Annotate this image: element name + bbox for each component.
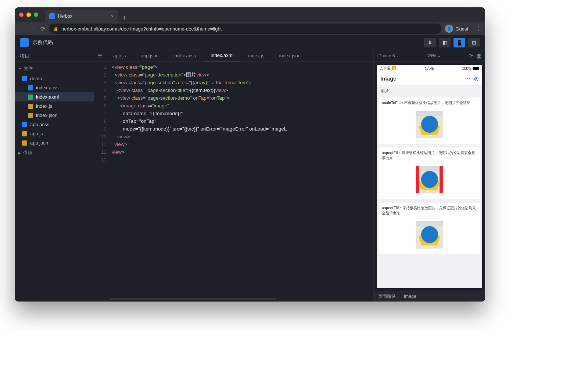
json-file-icon bbox=[22, 140, 27, 146]
css-file-icon bbox=[22, 122, 27, 127]
preview-section-label: 图片 bbox=[377, 85, 482, 97]
minimize-window-button[interactable] bbox=[26, 13, 31, 17]
code-line: 4 <view class="page-section-title">{{ite… bbox=[94, 86, 373, 94]
grid-button[interactable]: ⊞ bbox=[468, 38, 480, 47]
code-line: 8 onTap="onTap" bbox=[94, 117, 373, 125]
editor-tab-index-acss[interactable]: index.acss bbox=[166, 50, 203, 61]
zoom-selector[interactable]: 75% ⌄ bbox=[427, 53, 441, 58]
code-line: 2 <view class="page-description">图片view> bbox=[94, 71, 373, 79]
more-icon[interactable]: ⋯ bbox=[465, 76, 470, 82]
close-window-button[interactable] bbox=[19, 13, 24, 17]
preview-card-scaleToFill: scaleToFill：不保持纵横比缩放图片，使图片完全适应 bbox=[379, 97, 480, 144]
menu-icon[interactable]: ☰ bbox=[94, 53, 106, 58]
caret-down-icon: ▼ bbox=[18, 67, 22, 71]
app-title: 示例代码 bbox=[32, 39, 53, 46]
browser-tab-strip: Herbox × + bbox=[15, 7, 485, 22]
tool-button[interactable]: ◧ bbox=[439, 38, 451, 47]
code-line: 1<view class="page"> bbox=[94, 63, 373, 71]
profile-button[interactable]: 👤 Guest bbox=[445, 25, 468, 33]
editor-tab-bar: ☰ app.jsapp.jsonindex.acssindex.axmlinde… bbox=[94, 50, 373, 62]
mascot-image bbox=[416, 221, 443, 249]
avatar-icon: 👤 bbox=[445, 25, 453, 33]
browser-tab-title: Herbox bbox=[58, 14, 72, 19]
horizontal-scrollbar[interactable] bbox=[94, 298, 373, 302]
device-selector[interactable]: iPhone 6 ⌄ bbox=[377, 53, 399, 58]
caret-right-icon: ▶ bbox=[18, 151, 21, 155]
code-line: 10 view> bbox=[94, 133, 373, 140]
file-index-json[interactable]: index.json bbox=[15, 111, 94, 120]
editor-tab-index-json[interactable]: index.json bbox=[272, 50, 308, 61]
editor: ☰ app.jsapp.jsonindex.acssindex.axmlinde… bbox=[94, 50, 373, 302]
code-line: 9 mode="{{item.mode}}" src="{{src}}" onE… bbox=[94, 125, 373, 133]
editor-tab-app-js[interactable]: app.js bbox=[106, 50, 133, 61]
reload-button[interactable]: ⟳ bbox=[40, 25, 45, 32]
editor-tab-index-js[interactable]: index.js bbox=[241, 50, 272, 61]
preview-footer: 页面路径： Image bbox=[374, 291, 485, 302]
url-input[interactable]: 🔒 herbox-embed.alipay.com/s/doc-image?ch… bbox=[49, 24, 441, 34]
code-line: 5 <view class="page-section-demo" onTap=… bbox=[94, 94, 373, 102]
download-button[interactable]: ⬇ bbox=[424, 38, 436, 47]
close-tab-icon[interactable]: × bbox=[111, 13, 114, 19]
browser-tab[interactable]: Herbox × bbox=[45, 10, 118, 22]
app-logo-icon bbox=[20, 38, 29, 47]
preview-card-aspectFit: aspectFit：保持纵横比缩放图片，使图片的长边能完全显示出来 bbox=[379, 147, 480, 199]
folder-file-icon bbox=[22, 76, 27, 81]
sidebar-section-deps[interactable]: ▶ 依赖 bbox=[15, 147, 94, 158]
target-icon[interactable]: ◎ bbox=[474, 76, 478, 82]
phone-status-bar: 支付宝 📶 17:45 100% bbox=[377, 65, 482, 72]
file-app-acss[interactable]: app.acss bbox=[15, 120, 94, 129]
mascot-image bbox=[416, 111, 443, 138]
chevron-down-icon: ⌄ bbox=[396, 54, 399, 58]
favicon-icon bbox=[49, 13, 55, 19]
file-demo[interactable]: demo bbox=[15, 74, 94, 83]
profile-label: Guest bbox=[455, 26, 468, 32]
status-time: 17:45 bbox=[425, 67, 434, 71]
battery-icon bbox=[473, 67, 479, 70]
code-line: 13 bbox=[94, 156, 373, 164]
new-tab-button[interactable]: + bbox=[123, 14, 127, 22]
code-editor[interactable]: 1<view class="page">2 <view class="page-… bbox=[94, 62, 373, 298]
browser-window: Herbox × + ← → ⟳ 🔒 herbox-embed.alipay.c… bbox=[15, 7, 485, 302]
axml-file-icon bbox=[28, 94, 33, 100]
file-index-acss[interactable]: index.acss bbox=[15, 83, 94, 92]
code-line: 11 view> bbox=[94, 140, 373, 148]
json-file-icon bbox=[28, 113, 33, 118]
wifi-icon: 📶 bbox=[392, 66, 396, 70]
maximize-window-button[interactable] bbox=[34, 13, 38, 17]
editor-tab-index-axml[interactable]: index.axml bbox=[203, 50, 241, 61]
lock-icon: 🔒 bbox=[53, 26, 58, 31]
app-header: 示例代码 ⬇ ◧ 📱 ⊞ bbox=[15, 35, 485, 50]
browser-menu-button[interactable]: ⋮ bbox=[476, 25, 481, 32]
css-file-icon bbox=[28, 85, 33, 90]
js-file-icon bbox=[28, 104, 33, 109]
preview-page-title: Image bbox=[380, 75, 396, 82]
file-index-axml[interactable]: index.axml bbox=[15, 92, 94, 101]
url-text: herbox-embed.alipay.com/s/doc-image?chIn… bbox=[61, 26, 222, 32]
chevron-down-icon: ⌄ bbox=[438, 54, 441, 58]
code-line: 12view> bbox=[94, 148, 373, 156]
back-button[interactable]: ← bbox=[18, 25, 24, 32]
device-preview-button[interactable]: 📱 bbox=[453, 38, 465, 47]
file-index-js[interactable]: index.js bbox=[15, 101, 94, 111]
phone-frame: 支付宝 📶 17:45 100% Image ⋯ ◎ 图片 scaleToFil… bbox=[377, 65, 482, 288]
mascot-image bbox=[416, 166, 443, 193]
preview-card-aspectFill: aspectFill：保持纵横比缩放图片，只保证图片的短边能完全显示出来 bbox=[379, 203, 480, 254]
code-line: 6 <image class="image" bbox=[94, 102, 373, 110]
file-app-json[interactable]: app.json bbox=[15, 138, 94, 147]
forward-button[interactable]: → bbox=[29, 25, 35, 32]
preview-page-header: Image ⋯ ◎ bbox=[377, 72, 482, 85]
sidebar-header: 项目 bbox=[15, 50, 94, 62]
code-line: 3 <view class="page-section" a:for="{{ar… bbox=[94, 79, 373, 86]
layout-button[interactable]: ▦ bbox=[477, 53, 481, 59]
file-app-js[interactable]: app.js bbox=[15, 129, 94, 138]
preview-panel: iPhone 6 ⌄ 75% ⌄ ⟳ ▦ 支付宝 📶 17:45 100% bbox=[373, 50, 485, 302]
address-bar: ← → ⟳ 🔒 herbox-embed.alipay.com/s/doc-im… bbox=[15, 22, 485, 35]
window-controls bbox=[19, 13, 38, 17]
sidebar-section-files[interactable]: ▼ 文件 bbox=[15, 63, 94, 74]
preview-toolbar: iPhone 6 ⌄ 75% ⌄ ⟳ ▦ bbox=[374, 50, 485, 62]
js-file-icon bbox=[22, 131, 27, 136]
sidebar: 项目 ▼ 文件 demoindex.acssindex.axmlindex.js… bbox=[15, 50, 94, 302]
editor-tab-app-json[interactable]: app.json bbox=[133, 50, 166, 61]
code-line: 7 data-name="{{item.mode}}" bbox=[94, 110, 373, 117]
refresh-preview-button[interactable]: ⟳ bbox=[469, 53, 473, 59]
